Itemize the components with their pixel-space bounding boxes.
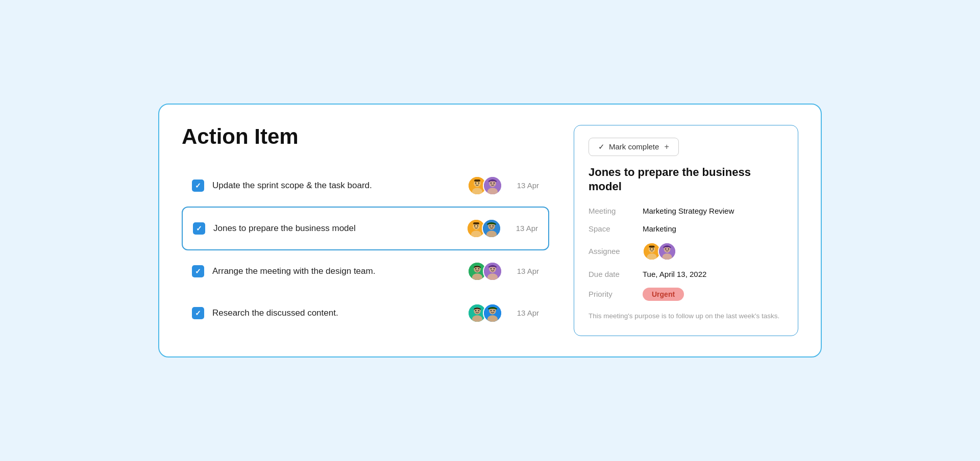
svg-point-51 <box>665 248 666 249</box>
space-label: Space <box>589 224 634 233</box>
mark-complete-label: Mark complete <box>609 142 659 151</box>
task-item-left-2: Jones to prepare the business model <box>193 222 467 235</box>
meeting-label: Meeting <box>589 207 634 215</box>
task-checkbox-4[interactable] <box>192 307 204 319</box>
task-item-2[interactable]: Jones to prepare the business model <box>182 207 549 250</box>
task-item-3[interactable]: Arrange the meeting with the design team… <box>182 250 549 292</box>
detail-assignees <box>643 242 676 261</box>
task-item-right-3: 13 Apr <box>468 262 539 281</box>
svg-rect-5 <box>474 180 480 182</box>
svg-point-25 <box>475 268 477 270</box>
svg-point-40 <box>491 310 492 312</box>
svg-point-35 <box>475 310 477 312</box>
detail-panel: ✓ Mark complete + Jones to prepare the b… <box>574 125 798 336</box>
svg-point-14 <box>474 225 476 227</box>
task-checkbox-1[interactable] <box>192 180 204 192</box>
svg-rect-16 <box>473 222 479 224</box>
space-row: Space Marketing <box>589 224 783 233</box>
task-avatars-4 <box>468 303 502 323</box>
svg-point-21 <box>493 225 494 227</box>
task-item-right-4: 13 Apr <box>468 303 539 323</box>
due-date-row: Due date Tue, April 13, 2022 <box>589 270 783 278</box>
task-checkbox-3[interactable] <box>192 265 204 277</box>
task-item-left-3: Arrange the meeting with the design team… <box>192 265 468 277</box>
detail-avatar-2 <box>658 242 676 261</box>
detail-note: This meeting's purpose is to follow up o… <box>589 311 783 321</box>
task-item-left-1: Update the sprint scope & the task board… <box>192 180 468 192</box>
svg-point-20 <box>489 225 491 227</box>
task-date-3: 13 Apr <box>512 267 539 275</box>
task-date-1: 13 Apr <box>512 181 539 190</box>
priority-label: Priority <box>589 290 634 298</box>
svg-point-45 <box>650 248 651 249</box>
page-title: Action Item <box>182 125 549 148</box>
svg-point-10 <box>494 183 495 184</box>
svg-point-26 <box>478 268 480 270</box>
svg-point-41 <box>494 310 495 312</box>
task-item-right-2: 13 Apr <box>467 219 538 238</box>
meeting-value: Marketing Strategy Review <box>643 207 734 215</box>
due-date-value: Tue, April 13, 2022 <box>643 270 706 278</box>
task-item-4[interactable]: Research the discussed content. <box>182 292 549 334</box>
assignee-label: Assignee <box>589 247 634 255</box>
avatar-3b <box>483 262 502 281</box>
left-panel: Action Item Update the sprint scope & th… <box>182 125 549 334</box>
detail-rows: Meeting Marketing Strategy Review Space … <box>589 207 783 301</box>
task-text-4: Research the discussed content. <box>212 308 338 318</box>
checkmark-icon: ✓ <box>598 142 605 151</box>
task-list: Update the sprint scope & the task board… <box>182 165 549 334</box>
svg-point-4 <box>478 183 480 184</box>
svg-point-46 <box>653 248 654 249</box>
svg-point-9 <box>491 183 492 184</box>
avatar-2b <box>482 219 501 238</box>
task-text-3: Arrange the meeting with the design team… <box>212 266 375 276</box>
svg-point-15 <box>477 225 479 227</box>
assignee-row: Assignee <box>589 242 783 261</box>
svg-point-31 <box>494 268 495 270</box>
detail-title: Jones to prepare the business model <box>589 165 783 194</box>
svg-point-30 <box>491 268 492 270</box>
avatar-1b <box>483 176 502 195</box>
priority-badge: Urgent <box>643 288 684 301</box>
task-date-4: 13 Apr <box>512 309 539 317</box>
task-text-1: Update the sprint scope & the task board… <box>212 181 372 191</box>
priority-row: Priority Urgent <box>589 288 783 301</box>
mark-complete-button[interactable]: ✓ Mark complete + <box>589 138 679 156</box>
task-avatars-2 <box>467 219 501 238</box>
svg-rect-47 <box>649 246 654 248</box>
task-item-right-1: 13 Apr <box>468 176 539 195</box>
task-text-2: Jones to prepare the business model <box>213 223 356 234</box>
space-value: Marketing <box>643 224 676 233</box>
task-checkbox-2[interactable] <box>193 222 205 235</box>
task-date-2: 13 Apr <box>511 224 538 233</box>
task-avatars-3 <box>468 262 502 281</box>
svg-point-52 <box>668 248 669 249</box>
task-avatars-1 <box>468 176 502 195</box>
main-card: Action Item Update the sprint scope & th… <box>158 104 822 357</box>
plus-icon: + <box>664 142 669 151</box>
task-item-1[interactable]: Update the sprint scope & the task board… <box>182 165 549 207</box>
task-item-left-4: Research the discussed content. <box>192 307 468 319</box>
svg-point-36 <box>478 310 480 312</box>
due-date-label: Due date <box>589 270 634 278</box>
avatar-4b <box>483 303 502 323</box>
meeting-row: Meeting Marketing Strategy Review <box>589 207 783 215</box>
svg-point-3 <box>475 183 477 184</box>
